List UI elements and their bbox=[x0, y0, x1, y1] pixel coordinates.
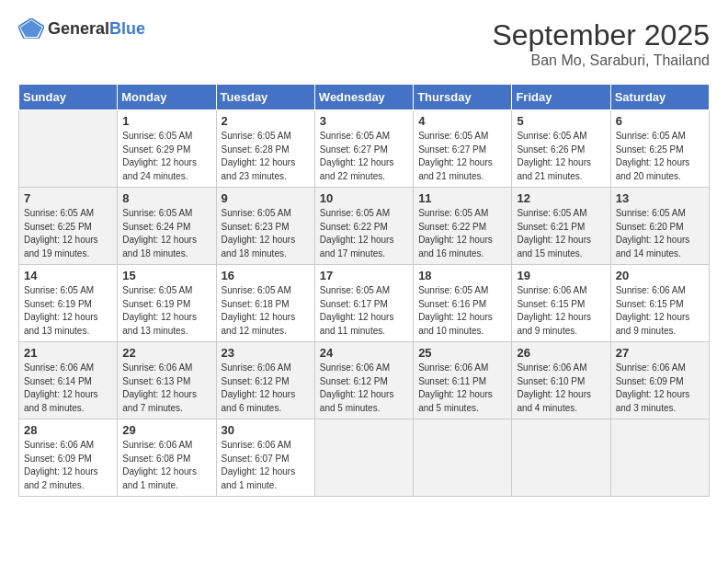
day-number: 19 bbox=[517, 269, 605, 282]
calendar-week-3: 14Sunrise: 6:05 AMSunset: 6:19 PMDayligh… bbox=[19, 265, 710, 342]
calendar-cell: 2Sunrise: 6:05 AMSunset: 6:28 PMDaylight… bbox=[216, 110, 314, 188]
day-number: 26 bbox=[517, 346, 605, 360]
day-info: Sunrise: 6:05 AMSunset: 6:19 PMDaylight:… bbox=[24, 284, 112, 338]
day-number: 20 bbox=[616, 269, 704, 282]
day-info: Sunrise: 6:05 AMSunset: 6:24 PMDaylight:… bbox=[122, 207, 210, 260]
header-monday: Monday bbox=[118, 85, 216, 110]
logo-blue: Blue bbox=[109, 19, 145, 38]
calendar-cell: 20Sunrise: 6:06 AMSunset: 6:15 PMDayligh… bbox=[610, 265, 709, 342]
day-info: Sunrise: 6:05 AMSunset: 6:27 PMDaylight:… bbox=[418, 130, 506, 183]
day-info: Sunrise: 6:05 AMSunset: 6:19 PMDaylight:… bbox=[122, 284, 210, 338]
day-number: 25 bbox=[418, 346, 506, 360]
calendar-cell: 24Sunrise: 6:06 AMSunset: 6:12 PMDayligh… bbox=[314, 342, 413, 419]
day-info: Sunrise: 6:06 AMSunset: 6:13 PMDaylight:… bbox=[122, 362, 210, 415]
calendar-cell: 13Sunrise: 6:05 AMSunset: 6:20 PMDayligh… bbox=[610, 188, 709, 265]
calendar-cell: 25Sunrise: 6:06 AMSunset: 6:11 PMDayligh… bbox=[414, 342, 512, 419]
day-info: Sunrise: 6:06 AMSunset: 6:09 PMDaylight:… bbox=[24, 439, 112, 492]
logo-icon bbox=[18, 18, 44, 39]
day-number: 3 bbox=[320, 114, 408, 128]
header-saturday: Saturday bbox=[610, 85, 709, 110]
day-info: Sunrise: 6:05 AMSunset: 6:21 PMDaylight:… bbox=[517, 207, 605, 260]
header-thursday: Thursday bbox=[414, 85, 512, 110]
calendar-header-row: SundayMondayTuesdayWednesdayThursdayFrid… bbox=[19, 85, 710, 110]
calendar-cell: 9Sunrise: 6:05 AMSunset: 6:23 PMDaylight… bbox=[216, 188, 314, 265]
day-number: 17 bbox=[320, 269, 408, 282]
calendar-cell bbox=[19, 110, 118, 188]
calendar-cell: 5Sunrise: 6:05 AMSunset: 6:26 PMDaylight… bbox=[512, 110, 610, 188]
day-info: Sunrise: 6:05 AMSunset: 6:23 PMDaylight:… bbox=[222, 207, 310, 260]
day-number: 24 bbox=[320, 346, 408, 360]
day-number: 5 bbox=[517, 114, 605, 128]
day-number: 30 bbox=[222, 423, 310, 437]
day-number: 14 bbox=[24, 269, 112, 282]
day-info: Sunrise: 6:05 AMSunset: 6:29 PMDaylight:… bbox=[122, 130, 210, 183]
calendar-cell: 15Sunrise: 6:05 AMSunset: 6:19 PMDayligh… bbox=[118, 265, 216, 342]
calendar-week-4: 21Sunrise: 6:06 AMSunset: 6:14 PMDayligh… bbox=[19, 342, 710, 419]
calendar-cell: 4Sunrise: 6:05 AMSunset: 6:27 PMDaylight… bbox=[414, 110, 512, 188]
logo-text: GeneralBlue bbox=[48, 19, 145, 39]
calendar-cell: 14Sunrise: 6:05 AMSunset: 6:19 PMDayligh… bbox=[19, 265, 118, 342]
calendar-cell: 26Sunrise: 6:06 AMSunset: 6:10 PMDayligh… bbox=[512, 342, 610, 419]
day-info: Sunrise: 6:06 AMSunset: 6:15 PMDaylight:… bbox=[517, 284, 605, 338]
day-number: 7 bbox=[24, 191, 112, 205]
day-number: 28 bbox=[24, 423, 112, 437]
calendar-cell: 17Sunrise: 6:05 AMSunset: 6:17 PMDayligh… bbox=[314, 265, 413, 342]
day-number: 16 bbox=[222, 269, 310, 282]
day-info: Sunrise: 6:05 AMSunset: 6:16 PMDaylight:… bbox=[418, 284, 506, 338]
header-friday: Friday bbox=[512, 85, 610, 110]
day-number: 9 bbox=[222, 191, 310, 205]
calendar-cell: 10Sunrise: 6:05 AMSunset: 6:22 PMDayligh… bbox=[314, 188, 413, 265]
day-number: 15 bbox=[122, 269, 210, 282]
calendar-cell: 6Sunrise: 6:05 AMSunset: 6:25 PMDaylight… bbox=[610, 110, 709, 188]
day-number: 4 bbox=[418, 114, 506, 128]
calendar-cell: 28Sunrise: 6:06 AMSunset: 6:09 PMDayligh… bbox=[19, 419, 118, 497]
day-number: 10 bbox=[320, 191, 408, 205]
day-info: Sunrise: 6:06 AMSunset: 6:07 PMDaylight:… bbox=[222, 439, 310, 492]
day-number: 29 bbox=[122, 423, 210, 437]
day-info: Sunrise: 6:06 AMSunset: 6:08 PMDaylight:… bbox=[122, 439, 210, 492]
day-info: Sunrise: 6:05 AMSunset: 6:20 PMDaylight:… bbox=[616, 207, 704, 260]
calendar-week-1: 1Sunrise: 6:05 AMSunset: 6:29 PMDaylight… bbox=[19, 110, 710, 188]
day-number: 11 bbox=[418, 191, 506, 205]
day-info: Sunrise: 6:05 AMSunset: 6:18 PMDaylight:… bbox=[222, 284, 310, 338]
day-info: Sunrise: 6:05 AMSunset: 6:22 PMDaylight:… bbox=[320, 207, 408, 260]
day-info: Sunrise: 6:06 AMSunset: 6:12 PMDaylight:… bbox=[222, 362, 310, 415]
day-info: Sunrise: 6:05 AMSunset: 6:25 PMDaylight:… bbox=[24, 207, 112, 260]
calendar-cell: 1Sunrise: 6:05 AMSunset: 6:29 PMDaylight… bbox=[118, 110, 216, 188]
day-info: Sunrise: 6:05 AMSunset: 6:26 PMDaylight:… bbox=[517, 130, 605, 183]
calendar-cell bbox=[610, 419, 709, 497]
day-number: 21 bbox=[24, 346, 112, 360]
day-number: 23 bbox=[222, 346, 310, 360]
day-number: 27 bbox=[616, 346, 704, 360]
calendar-cell: 16Sunrise: 6:05 AMSunset: 6:18 PMDayligh… bbox=[216, 265, 314, 342]
calendar-cell bbox=[414, 419, 512, 497]
calendar-cell: 23Sunrise: 6:06 AMSunset: 6:12 PMDayligh… bbox=[216, 342, 314, 419]
location-title: Ban Mo, Saraburi, Thailand bbox=[492, 52, 710, 69]
calendar-cell: 7Sunrise: 6:05 AMSunset: 6:25 PMDaylight… bbox=[19, 188, 118, 265]
day-info: Sunrise: 6:05 AMSunset: 6:17 PMDaylight:… bbox=[320, 284, 408, 338]
calendar-week-5: 28Sunrise: 6:06 AMSunset: 6:09 PMDayligh… bbox=[19, 419, 710, 497]
day-number: 6 bbox=[616, 114, 704, 128]
day-info: Sunrise: 6:05 AMSunset: 6:22 PMDaylight:… bbox=[418, 207, 506, 260]
calendar-cell: 21Sunrise: 6:06 AMSunset: 6:14 PMDayligh… bbox=[19, 342, 118, 419]
day-info: Sunrise: 6:05 AMSunset: 6:27 PMDaylight:… bbox=[320, 130, 408, 183]
logo: GeneralBlue bbox=[18, 18, 145, 39]
calendar-cell: 19Sunrise: 6:06 AMSunset: 6:15 PMDayligh… bbox=[512, 265, 610, 342]
calendar-week-2: 7Sunrise: 6:05 AMSunset: 6:25 PMDaylight… bbox=[19, 188, 710, 265]
day-info: Sunrise: 6:06 AMSunset: 6:14 PMDaylight:… bbox=[24, 362, 112, 415]
day-number: 12 bbox=[517, 191, 605, 205]
day-info: Sunrise: 6:06 AMSunset: 6:12 PMDaylight:… bbox=[320, 362, 408, 415]
header-sunday: Sunday bbox=[19, 85, 118, 110]
calendar-cell bbox=[512, 419, 610, 497]
day-number: 13 bbox=[616, 191, 704, 205]
day-info: Sunrise: 6:06 AMSunset: 6:11 PMDaylight:… bbox=[418, 362, 506, 415]
header-tuesday: Tuesday bbox=[216, 85, 314, 110]
calendar-cell: 29Sunrise: 6:06 AMSunset: 6:08 PMDayligh… bbox=[118, 419, 216, 497]
day-number: 18 bbox=[418, 269, 506, 282]
calendar-cell: 22Sunrise: 6:06 AMSunset: 6:13 PMDayligh… bbox=[118, 342, 216, 419]
calendar-cell: 27Sunrise: 6:06 AMSunset: 6:09 PMDayligh… bbox=[610, 342, 709, 419]
day-number: 8 bbox=[122, 191, 210, 205]
month-title: September 2025 bbox=[492, 18, 710, 52]
day-number: 2 bbox=[222, 114, 310, 128]
calendar-cell: 18Sunrise: 6:05 AMSunset: 6:16 PMDayligh… bbox=[414, 265, 512, 342]
